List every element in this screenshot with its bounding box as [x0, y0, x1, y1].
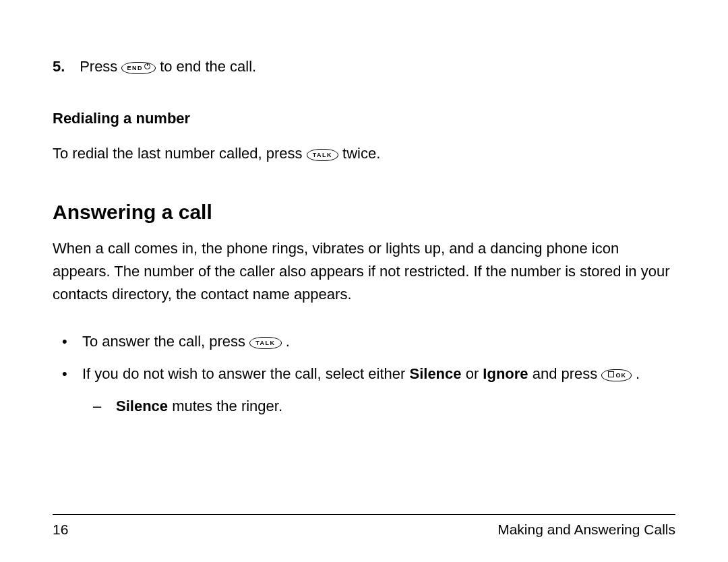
silence-bold: Silence	[116, 398, 168, 414]
bullet-answer-call: To answer the call, press TALK .	[53, 327, 675, 356]
redial-post: twice.	[342, 145, 380, 162]
step-number: 5.	[53, 55, 75, 77]
sub-bullet-silence: Silence mutes the ringer.	[53, 392, 675, 420]
b2-mid: or	[466, 365, 483, 382]
answer-bullets: To answer the call, press TALK . If you …	[53, 327, 675, 420]
b1-post: .	[286, 333, 290, 350]
talk-key-icon: TALK	[249, 337, 281, 349]
redial-heading: Redialing a number	[53, 110, 675, 127]
talk-key-icon: TALK	[307, 149, 338, 161]
b2-pre: If you do not wish to answer the call, s…	[82, 365, 409, 382]
page-number: 16	[53, 522, 68, 538]
b2-and: and press	[533, 365, 602, 382]
redial-pre: To redial the last number called, press	[53, 145, 307, 162]
ignore-option: Ignore	[483, 365, 528, 382]
bullet-ignore-call: If you do not wish to answer the call, s…	[53, 360, 675, 388]
ok-key-icon: OK	[601, 369, 632, 381]
section-title: Making and Answering Calls	[497, 522, 675, 538]
step-text-pre: Press	[80, 58, 121, 75]
b2-post: .	[636, 365, 640, 382]
silence-option: Silence	[409, 365, 461, 382]
redial-paragraph: To redial the last number called, press …	[53, 142, 675, 164]
end-key-icon: END	[121, 62, 156, 74]
footer-rule	[53, 514, 675, 515]
manual-page: 5. Press END to end the call. Redialing …	[0, 0, 728, 562]
answer-body: When a call comes in, the phone rings, v…	[53, 237, 675, 306]
page-footer: 16 Making and Answering Calls	[53, 514, 675, 538]
silence-rest: mutes the ringer.	[172, 398, 282, 414]
step-5-line: 5. Press END to end the call.	[53, 55, 675, 77]
step-text-post: to end the call.	[160, 58, 256, 75]
answer-heading: Answering a call	[53, 201, 675, 224]
b1-pre: To answer the call, press	[82, 333, 249, 350]
